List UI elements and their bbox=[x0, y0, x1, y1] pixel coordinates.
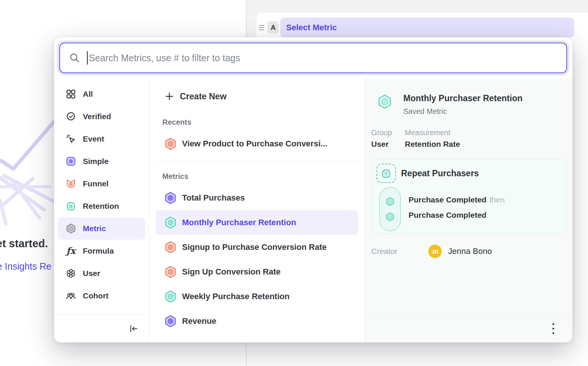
recent-metric-item[interactable]: View Product to Purchase Conversi... bbox=[156, 131, 358, 156]
sidebar-item-label: Retention bbox=[83, 202, 119, 211]
creator-label: Creator bbox=[371, 247, 428, 256]
filter-sidebar: All Verified bbox=[54, 78, 149, 342]
metric-hexagon-icon bbox=[164, 216, 177, 229]
search-input[interactable] bbox=[89, 53, 557, 63]
grid-icon bbox=[66, 89, 76, 99]
metric-item-label: Sign Up Conversion Rate bbox=[182, 267, 281, 277]
metric-hexagon-icon bbox=[164, 192, 177, 204]
metric-hexagon-icon bbox=[164, 315, 177, 328]
sidebar-item-simple[interactable]: Simple bbox=[58, 150, 145, 173]
sidebar-item-cohort[interactable]: Cohort bbox=[58, 285, 145, 307]
sidebar-item-event[interactable]: Event bbox=[58, 128, 145, 150]
collapse-left-icon bbox=[129, 324, 138, 334]
create-new-label: Create New bbox=[180, 92, 226, 102]
drag-handle-icon[interactable] bbox=[259, 25, 265, 30]
sidebar-item-label: All bbox=[83, 90, 93, 99]
group-value: User bbox=[371, 140, 394, 149]
sidebar-item-all[interactable]: All bbox=[58, 83, 145, 105]
metrics-header: Metrics bbox=[156, 167, 358, 186]
event-cursor-icon bbox=[66, 134, 76, 144]
step-1-event: Purchase Completed bbox=[409, 195, 487, 204]
retention-arch-icon bbox=[380, 167, 392, 180]
user-cluster-icon bbox=[66, 268, 76, 279]
sidebar-item-label: Event bbox=[83, 134, 104, 143]
metric-definition-card: Repeat Purchasers Purchase Completedthen bbox=[371, 159, 567, 234]
sidebar-item-metric[interactable]: Metric bbox=[58, 217, 145, 240]
search-icon bbox=[69, 52, 80, 63]
sidebar-item-label: Funnel bbox=[83, 179, 109, 188]
list-divider bbox=[156, 161, 358, 162]
metric-hexagon-icon bbox=[377, 94, 392, 109]
more-options-button[interactable] bbox=[548, 322, 559, 335]
definition-name: Repeat Purchasers bbox=[401, 168, 479, 179]
metric-item[interactable]: Revenue bbox=[156, 309, 358, 334]
metric-item[interactable]: Total Purchases bbox=[156, 186, 358, 210]
metric-item-label: Weekly Purchase Retention bbox=[182, 292, 290, 301]
insights-report-link-fragment[interactable]: e Insights Re bbox=[0, 261, 51, 272]
creator-row: Creator JB Jenna Bono bbox=[371, 245, 492, 258]
metric-hexagon-icon bbox=[164, 266, 177, 278]
select-metric-label: Select Metric bbox=[286, 23, 337, 32]
sidebar-item-verified[interactable]: Verified bbox=[58, 105, 145, 128]
plus-icon bbox=[164, 91, 175, 102]
steps-capsule bbox=[379, 187, 401, 231]
metric-hexagon-icon bbox=[164, 241, 177, 254]
sidebar-item-funnel[interactable]: Funnel bbox=[58, 173, 145, 195]
text-caret bbox=[87, 51, 88, 65]
sidebar-item-label: Metric bbox=[83, 224, 106, 233]
metric-item[interactable]: Signup to Purchase Conversion Rate bbox=[156, 235, 358, 260]
select-metric-button[interactable]: Select Metric bbox=[280, 18, 574, 37]
formula-fx-icon: ƒx bbox=[66, 246, 76, 256]
search-bar bbox=[59, 43, 567, 73]
step-hexagon-icon bbox=[385, 196, 395, 207]
creator-name: Jenna Bono bbox=[448, 246, 492, 256]
measurement-label: Measurement bbox=[405, 128, 460, 137]
recent-metric-label: View Product to Purchase Conversi... bbox=[182, 139, 328, 149]
recents-header: Recents bbox=[156, 113, 358, 131]
metric-item-selected[interactable]: Monthly Purchaser Retention bbox=[156, 210, 358, 235]
sidebar-item-retention[interactable]: Retention bbox=[58, 195, 145, 217]
screen: et started. e Insights Re A Select Metri… bbox=[0, 0, 588, 366]
step-2-event: Purchase Completed bbox=[409, 211, 487, 219]
measurement-value: Retention Rate bbox=[405, 140, 460, 149]
row-label-badge: A bbox=[268, 21, 279, 34]
detail-footer bbox=[365, 314, 572, 342]
metric-item-label: Total Purchases bbox=[182, 193, 245, 203]
metric-detail-panel: Monthly Purchaser Retention Saved Metric… bbox=[365, 78, 572, 342]
sidebar-item-label: Cohort bbox=[83, 291, 109, 300]
detail-title: Monthly Purchaser Retention bbox=[403, 93, 522, 103]
retention-icon bbox=[66, 201, 76, 211]
sidebar-item-label: Simple bbox=[83, 157, 109, 166]
metric-results-list: Create New Recents View Product to Purch… bbox=[149, 78, 365, 342]
step-connector: then bbox=[490, 195, 505, 204]
metric-hexagon-icon bbox=[66, 223, 76, 234]
metric-item[interactable]: Sign Up Conversion Rate bbox=[156, 260, 358, 284]
metric-item[interactable]: Weekly Purchase Retention bbox=[156, 284, 358, 309]
detail-type-label: Saved Metric bbox=[403, 107, 522, 116]
metric-item-label: Revenue bbox=[182, 316, 216, 326]
cohort-people-icon bbox=[66, 291, 76, 301]
kebab-icon bbox=[552, 322, 555, 335]
metric-item-label: Monthly Purchaser Retention bbox=[182, 218, 296, 227]
simple-metric-icon bbox=[66, 156, 76, 167]
sidebar-item-user[interactable]: User bbox=[58, 262, 145, 285]
metric-item-label: Signup to Purchase Conversion Rate bbox=[182, 242, 327, 252]
saved-cohort-icon bbox=[376, 164, 396, 183]
verified-badge-icon bbox=[66, 111, 76, 122]
funnel-icon bbox=[66, 179, 76, 189]
sidebar-footer bbox=[54, 314, 149, 342]
metric-hexagon-icon bbox=[164, 137, 177, 150]
page-heading-fragment: et started. bbox=[0, 238, 48, 250]
sidebar-item-label: Verified bbox=[83, 112, 111, 121]
step-hexagon-icon bbox=[385, 212, 395, 222]
group-label: Group bbox=[371, 128, 394, 137]
creator-avatar: JB bbox=[428, 245, 442, 258]
metric-hexagon-icon bbox=[164, 290, 177, 303]
sidebar-item-label: User bbox=[83, 269, 100, 278]
sidebar-item-formula[interactable]: ƒx Formula bbox=[58, 240, 145, 262]
metric-picker-modal: All Verified bbox=[54, 37, 572, 342]
sidebar-item-label: Formula bbox=[83, 246, 114, 255]
create-new-button[interactable]: Create New bbox=[156, 85, 358, 108]
collapse-sidebar-button[interactable] bbox=[128, 323, 139, 334]
